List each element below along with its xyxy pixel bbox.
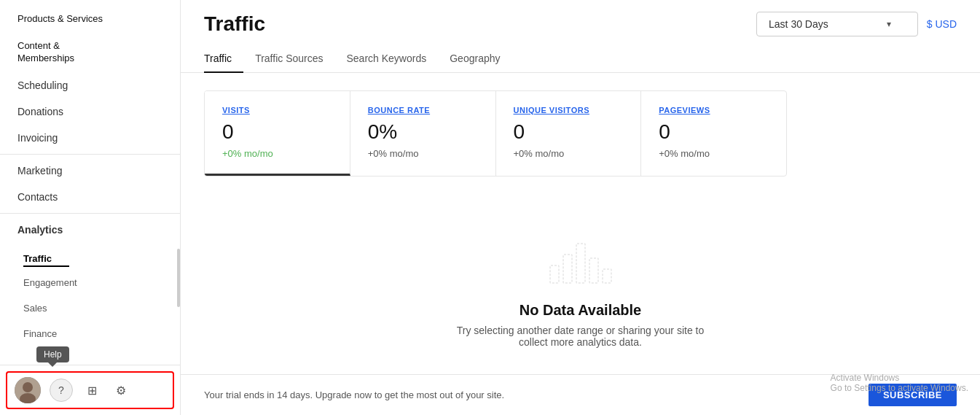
svg-rect-5 [576,244,585,283]
help-button[interactable]: ? [50,379,73,402]
stat-card-unique-visitors[interactable]: UNIQUE VISITORS 0 +0% mo/mo [496,91,642,176]
sidebar-item-scheduling[interactable]: Scheduling [0,72,180,98]
sidebar-item-content-memberships[interactable]: Content &Memberships [0,33,180,72]
stats-row: VISITS 0 +0% mo/mo BOUNCE RATE 0% +0% mo… [204,90,787,177]
svg-point-1 [23,382,33,392]
stat-change-bounce-rate: +0% mo/mo [368,148,478,159]
main-body: VISITS 0 +0% mo/mo BOUNCE RATE 0% +0% mo… [181,73,980,374]
tab-geography[interactable]: Geography [438,45,511,73]
gear-icon: ⚙ [116,384,126,397]
sidebar-item-sales[interactable]: Sales [0,295,180,321]
stat-value-pageviews: 0 [659,120,769,144]
sidebar-item-engagement[interactable]: Engagement [0,270,180,295]
tab-traffic[interactable]: Traffic [204,45,243,73]
svg-rect-7 [603,269,611,283]
stat-change-unique-visitors: +0% mo/mo [514,148,624,159]
sidebar-bottom-panel: Help ? ⊞ ⚙ [6,371,174,409]
sidebar-item-traffic[interactable]: Traffic [23,246,69,267]
date-range-label: Last 30 Days [769,18,828,30]
tab-bar: Traffic Traffic Sources Search Keywords … [181,45,980,73]
sidebar-item-marketing[interactable]: Marketing [0,158,180,184]
help-tooltip: Help [36,346,69,362]
sidebar-nav: Products & Services Content &Memberships… [0,0,180,365]
stat-card-pageviews[interactable]: PAGEVIEWS 0 +0% mo/mo [641,91,786,176]
grid-button[interactable]: ⊞ [82,380,102,400]
svg-rect-4 [563,255,572,283]
date-range-dropdown[interactable]: Last 30 Days ▾ [756,12,918,36]
sidebar-item-products-services[interactable]: Products & Services [0,6,180,33]
stat-change-pageviews: +0% mo/mo [659,148,769,159]
settings-button[interactable]: ⚙ [111,380,131,400]
stat-label-visits: VISITS [222,106,332,115]
stat-change-visits: +0% mo/mo [222,148,332,159]
scroll-indicator [177,249,180,307]
no-data-subtitle: Try selecting another date range or shar… [457,325,705,348]
sidebar-divider-1 [0,154,180,155]
page-title: Traffic [204,12,265,36]
stat-value-unique-visitors: 0 [514,120,624,144]
stat-label-unique-visitors: UNIQUE VISITORS [514,106,624,115]
stat-label-bounce-rate: BOUNCE RATE [368,106,478,115]
stat-label-pageviews: PAGEVIEWS [659,106,769,115]
svg-rect-3 [550,265,559,283]
grid-icon: ⊞ [87,384,97,397]
bar-chart-icon [544,229,617,290]
no-data-section: No Data Available Try selecting another … [204,200,957,374]
currency-label: $ USD [927,18,957,30]
sidebar: Products & Services Content &Memberships… [0,0,181,415]
tab-search-keywords[interactable]: Search Keywords [335,45,439,73]
chevron-down-icon: ▾ [887,19,891,29]
sidebar-item-contacts[interactable]: Contacts [0,184,180,210]
trial-bar: Your trial ends in 14 days. Upgrade now … [181,374,980,415]
sidebar-item-donations[interactable]: Donations [0,98,180,125]
subscribe-button[interactable]: SUBSCRIBE [869,384,957,406]
stat-value-bounce-rate: 0% [368,120,478,144]
page-header: Traffic Last 30 Days ▾ $ USD [181,0,980,36]
svg-rect-6 [589,258,598,283]
main-content: Traffic Last 30 Days ▾ $ USD Traffic Tra… [181,0,980,415]
stat-card-visits[interactable]: VISITS 0 +0% mo/mo [205,91,350,176]
stat-card-bounce-rate[interactable]: BOUNCE RATE 0% +0% mo/mo [350,91,496,176]
avatar[interactable] [15,377,41,403]
sidebar-item-analytics[interactable]: Analytics [0,217,180,243]
trial-text: Your trial ends in 14 days. Upgrade now … [204,389,504,400]
stat-value-visits: 0 [222,120,332,144]
sidebar-item-invoicing[interactable]: Invoicing [0,125,180,151]
question-icon: ? [58,384,64,396]
sidebar-divider-2 [0,213,180,214]
sidebar-item-finance[interactable]: Finance [0,321,180,346]
no-data-title: No Data Available [520,302,641,319]
header-controls: Last 30 Days ▾ $ USD [756,12,957,36]
tab-traffic-sources[interactable]: Traffic Sources [243,45,334,73]
